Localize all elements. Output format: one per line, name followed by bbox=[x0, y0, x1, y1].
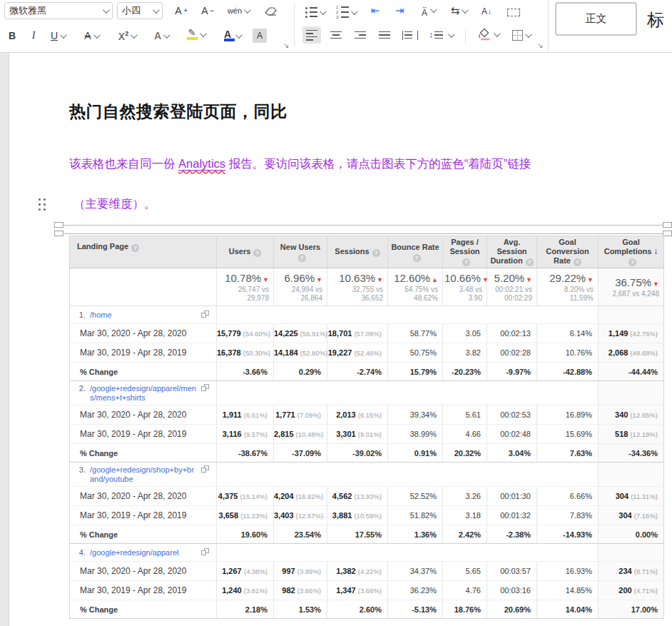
metric-cell: 19.60% bbox=[217, 525, 274, 544]
borders-button[interactable] bbox=[508, 26, 534, 44]
date-range-row: Mar 30, 2019 - Apr 28, 20193,116 (9.57%)… bbox=[70, 425, 664, 444]
metric-cell: 14,184 (52.80%) bbox=[274, 343, 327, 363]
shading-button[interactable] bbox=[474, 26, 502, 43]
help-icon[interactable] bbox=[628, 258, 636, 266]
style-heading-button[interactable]: 标 bbox=[647, 9, 664, 31]
arrow-down-icon: ▼ bbox=[263, 276, 269, 283]
metric-cell: 3.82 bbox=[443, 343, 487, 363]
summary-cell: 29.22%▼8.20% vs 11.59% bbox=[537, 268, 599, 306]
landing-page-link[interactable]: /google+redesign/apparel/mens/mens+t+shi… bbox=[90, 384, 197, 403]
shrink-font-button[interactable]: A− bbox=[198, 2, 218, 19]
highlight-button[interactable]: ✎ bbox=[181, 26, 210, 43]
resize-handle[interactable] bbox=[663, 222, 672, 228]
sort-button[interactable]: A↓ bbox=[477, 2, 497, 19]
metric-cell: 17.00% bbox=[599, 600, 664, 619]
summary-cell: 12.60%▲54.75% vs 48.62% bbox=[388, 268, 443, 306]
strikethrough-button[interactable]: A bbox=[78, 27, 104, 44]
metric-cell: 997 (3.99%) bbox=[274, 562, 327, 581]
paragraph-drag-handle-icon[interactable] bbox=[39, 198, 46, 212]
align-center-icon bbox=[330, 31, 342, 39]
align-right-button[interactable] bbox=[351, 26, 370, 44]
bullet-list-button[interactable] bbox=[302, 4, 327, 21]
wrap-text-button[interactable]: ⇆ bbox=[447, 2, 471, 19]
help-icon[interactable] bbox=[574, 258, 581, 266]
row-label: % Change bbox=[70, 363, 217, 381]
small-divider bbox=[465, 29, 466, 44]
font-size-value: 小四 bbox=[122, 4, 141, 17]
char-shading-button[interactable]: A bbox=[251, 27, 268, 44]
help-icon[interactable] bbox=[526, 258, 534, 266]
metric-cell: 14,225 (56.91%) bbox=[274, 324, 327, 343]
help-icon[interactable] bbox=[298, 254, 306, 262]
metric-cell: 4,562 (13.93%) bbox=[327, 487, 388, 506]
distribute-button[interactable] bbox=[399, 26, 421, 44]
decrease-indent-button[interactable]: ⇤ bbox=[367, 2, 384, 19]
column-header[interactable]: Landing Page bbox=[70, 236, 217, 268]
font-dialog-launcher[interactable]: ↘ bbox=[283, 41, 289, 49]
column-header[interactable]: Goal Completions↓ bbox=[599, 236, 664, 268]
document-paragraph-line1[interactable]: 该表格也来自同一份 Analytics 报告。要访问该表格，请点击图表下方的蓝色… bbox=[69, 156, 531, 172]
bold-button[interactable]: B bbox=[4, 27, 20, 44]
external-link-icon[interactable] bbox=[201, 384, 209, 391]
align-center-button[interactable] bbox=[327, 26, 345, 44]
date-range-row: Mar 30, 2019 - Apr 28, 20191,240 (3.81%)… bbox=[70, 581, 664, 600]
line-spacing-button[interactable]: ↕ bbox=[427, 26, 455, 44]
numbered-list-button[interactable]: 1 2 3 bbox=[334, 4, 358, 21]
landing-page-link[interactable]: /google+redesign/apparel bbox=[90, 548, 178, 557]
metric-cell: 16,378 (50.30%) bbox=[217, 343, 274, 363]
metric-cell: 1,149 (42.76%) bbox=[599, 324, 664, 343]
row-label: Mar 30, 2019 - Apr 28, 2019 bbox=[70, 343, 217, 363]
resize-handle[interactable] bbox=[54, 231, 63, 236]
column-header[interactable]: Avg. Session Duration bbox=[487, 236, 537, 268]
font-name-combo[interactable]: 微软雅黑 bbox=[4, 2, 113, 19]
external-link-icon[interactable] bbox=[201, 311, 209, 318]
metric-cell: 1.53% bbox=[274, 600, 327, 619]
italic-button[interactable]: I bbox=[26, 27, 41, 44]
increase-indent-button[interactable]: ⇥ bbox=[391, 2, 408, 19]
help-icon[interactable] bbox=[253, 249, 261, 257]
column-header[interactable]: Pages / Session bbox=[443, 236, 487, 268]
numbered-list-icon: 1 2 3 bbox=[336, 6, 349, 19]
style-normal-button[interactable]: 正文 bbox=[555, 2, 637, 36]
external-link-icon[interactable] bbox=[201, 465, 209, 473]
paragraph-dialog-launcher[interactable]: ↘ bbox=[537, 41, 543, 49]
underline-button[interactable]: U bbox=[46, 27, 70, 44]
text-effects-button[interactable]: A bbox=[148, 27, 174, 44]
phonetic-guide-button[interactable]: wén bbox=[224, 2, 253, 19]
metric-cell: 10.76% bbox=[537, 343, 599, 363]
column-header[interactable]: Goal Conversion Rate bbox=[537, 236, 599, 268]
help-icon[interactable] bbox=[372, 249, 380, 257]
metric-cell: 00:02:53 bbox=[487, 405, 537, 425]
landing-page-link[interactable]: /google+redesign/shop+by+brand/youtube bbox=[90, 465, 197, 484]
metric-cell: 1,240 (3.81%) bbox=[217, 581, 274, 600]
date-range-row: Mar 30, 2019 - Apr 28, 201916,378 (50.30… bbox=[70, 343, 664, 363]
strikethrough-icon: A bbox=[84, 30, 91, 41]
metric-cell: 00:02:28 bbox=[487, 343, 537, 363]
help-icon[interactable] bbox=[413, 254, 421, 262]
row-number: 4. bbox=[76, 548, 86, 557]
font-size-combo[interactable]: 小四 bbox=[117, 2, 163, 19]
help-icon[interactable] bbox=[462, 258, 470, 266]
metric-cell: 304 (11.31%) bbox=[599, 487, 664, 506]
help-icon[interactable] bbox=[131, 244, 139, 252]
landing-page-link[interactable]: /home bbox=[90, 311, 112, 320]
justify-button[interactable] bbox=[375, 26, 394, 44]
grow-font-button[interactable]: A+ bbox=[171, 2, 191, 19]
text-direction-button[interactable]: ↔ A bbox=[415, 1, 441, 19]
clear-format-button[interactable] bbox=[260, 2, 281, 19]
column-header[interactable]: New Users bbox=[274, 236, 327, 268]
font-color-button[interactable]: A bbox=[217, 27, 245, 44]
column-header[interactable]: Bounce Rate bbox=[388, 236, 443, 268]
external-link-icon[interactable] bbox=[201, 548, 209, 555]
shrink-font-icon: A bbox=[201, 5, 208, 16]
document-paragraph-line2[interactable]: （主要维度）。 bbox=[73, 196, 156, 212]
column-header[interactable]: Sessions bbox=[327, 236, 388, 268]
resize-handle[interactable] bbox=[54, 222, 63, 228]
metric-cell: 4,204 (16.82%) bbox=[274, 487, 327, 506]
show-marks-button[interactable] bbox=[504, 4, 524, 21]
row-number: 2. bbox=[76, 384, 86, 393]
align-left-button[interactable] bbox=[302, 26, 321, 44]
superscript-button[interactable]: X2 bbox=[113, 27, 141, 44]
column-header[interactable]: Users bbox=[217, 236, 274, 268]
document-heading[interactable]: 热门自然搜索登陆页面，同比 bbox=[69, 101, 287, 123]
